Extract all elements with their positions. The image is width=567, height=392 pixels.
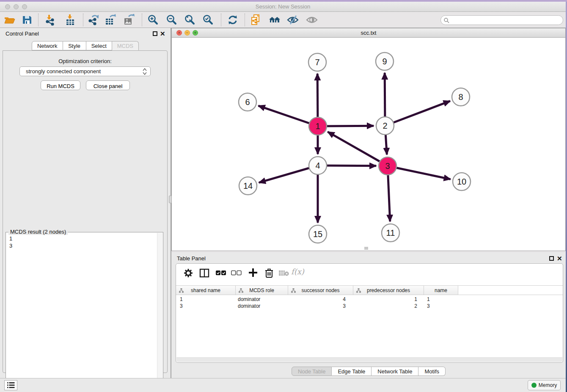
graph-node-15[interactable]: 15 [309, 225, 327, 243]
search-input[interactable] [440, 15, 563, 25]
graph-node-label: 8 [458, 92, 463, 102]
show-columns-icon[interactable] [199, 268, 209, 279]
toolbar-separator [38, 14, 39, 26]
graph-node-4[interactable]: 4 [309, 157, 327, 174]
tab-edge-table[interactable]: Edge Table [332, 367, 372, 376]
column-header-mcds-role[interactable]: MCDS role [236, 286, 288, 295]
import-network-icon[interactable] [44, 14, 56, 26]
run-mcds-button[interactable]: Run MCDS [41, 80, 80, 90]
close-panel-icon[interactable]: ✕ [160, 30, 165, 38]
graph-node-label: 4 [315, 161, 320, 170]
homes-icon[interactable] [269, 14, 281, 26]
toolbar-separator [221, 14, 221, 26]
network-from-selection-icon[interactable] [250, 14, 262, 26]
mcds-result-scrollbar[interactable] [157, 233, 162, 391]
network-window-titlebar[interactable]: × − + scc.txt [172, 28, 565, 38]
open-session-icon[interactable] [4, 14, 16, 26]
memory-button[interactable]: Memory [528, 380, 561, 390]
export-network-icon[interactable] [87, 14, 99, 26]
zoom-selected-icon[interactable] [202, 14, 214, 26]
network-window-title: scc.txt [172, 30, 565, 36]
cell-shared-name[interactable]: 1 [176, 296, 236, 303]
function-builder-icon[interactable]: f(x) [291, 267, 304, 276]
zoom-fit-icon[interactable] [184, 14, 196, 26]
network-graph[interactable]: 7968124314101511 [172, 38, 565, 251]
graph-node-9[interactable]: 9 [376, 52, 394, 70]
graph-node-6[interactable]: 6 [239, 93, 256, 111]
mcds-result-title: MCDS result (2 nodes) [8, 229, 68, 235]
cell-shared-name[interactable]: 3 [176, 303, 236, 309]
graph-node-3[interactable]: 3 [379, 157, 396, 175]
save-session-icon[interactable] [21, 14, 33, 26]
select-all-icon[interactable] [216, 270, 227, 277]
control-panel-title: Control Panel [6, 30, 39, 37]
cell-name[interactable]: 1 [424, 296, 458, 303]
table-settings-gear-icon[interactable] [184, 268, 193, 279]
graph-edge-3-1[interactable] [328, 132, 388, 166]
cell-name[interactable]: 3 [424, 303, 458, 309]
network-hscroll-thumb[interactable] [364, 247, 368, 250]
export-table-icon[interactable] [105, 14, 116, 26]
tab-select[interactable]: Select [86, 41, 112, 50]
mcds-result-text[interactable]: 1 3 [9, 235, 12, 249]
float-panel-icon[interactable] [153, 31, 157, 36]
cell-successor-nodes[interactable]: 3 [288, 303, 353, 309]
column-header-successor-nodes[interactable]: successor nodes [288, 286, 353, 295]
float-panel-icon[interactable] [549, 256, 554, 261]
refresh-icon[interactable] [227, 14, 239, 26]
control-panel-header: Control Panel ✕ [0, 28, 171, 40]
cell-predecessor-nodes[interactable]: 2 [353, 303, 424, 309]
table-hscrollbar[interactable] [176, 357, 562, 362]
list-icon [7, 382, 15, 389]
add-column-icon[interactable] [248, 268, 258, 279]
graph-node-2[interactable]: 2 [376, 117, 394, 135]
cell-predecessor-nodes[interactable]: 1 [353, 296, 424, 303]
zoom-in-icon[interactable] [147, 14, 159, 26]
export-image-icon[interactable] [123, 14, 135, 26]
deselect-all-icon[interactable] [231, 270, 242, 277]
graph-node-label: 1 [315, 121, 320, 131]
criterion-select[interactable]: strongly connected component [19, 66, 151, 76]
eye-slash-icon[interactable] [287, 14, 299, 26]
graph-node-11[interactable]: 11 [382, 224, 399, 242]
tab-network-table[interactable]: Network Table [372, 367, 418, 376]
tab-network[interactable]: Network [32, 41, 63, 50]
graph-edge-1-6[interactable] [259, 106, 318, 126]
control-panel: Control Panel ✕ Network Style Select MCD… [0, 28, 171, 378]
cell-successor-nodes[interactable]: 4 [288, 296, 353, 303]
delete-table-icon[interactable] [279, 270, 289, 277]
mcds-result-box: MCDS result (2 nodes) 1 3 [6, 232, 163, 392]
close-panel-button[interactable]: Close panel [86, 80, 130, 90]
column-header-predecessor-nodes[interactable]: predecessor nodes [353, 286, 424, 295]
tab-motifs[interactable]: Motifs [418, 367, 446, 376]
network-window: × − + scc.txt 7968124314101511 [171, 28, 566, 251]
table-toolbar: f(x) [176, 264, 563, 283]
task-history-button[interactable] [4, 380, 17, 390]
column-header-shared-name[interactable]: shared name [176, 286, 236, 295]
zoom-out-icon[interactable] [166, 14, 178, 26]
import-table-icon[interactable] [64, 14, 76, 26]
graph-node-14[interactable]: 14 [239, 177, 257, 195]
main-toolbar [0, 12, 566, 28]
column-header-name[interactable]: name [424, 286, 458, 295]
tab-mcds[interactable]: MCDS [112, 41, 139, 50]
eye-icon[interactable] [306, 14, 318, 26]
table-row[interactable]: 3 dominator 3 2 3 [176, 303, 563, 309]
tab-node-table[interactable]: Node Table [292, 367, 332, 376]
graph-node-label: 7 [315, 58, 319, 67]
graph-node-label: 10 [457, 177, 466, 186]
graph-node-10[interactable]: 10 [453, 173, 471, 190]
tab-style[interactable]: Style [63, 41, 86, 50]
cell-mcds-role[interactable]: dominator [236, 303, 288, 309]
column-tree-icon [179, 288, 184, 293]
cell-mcds-role[interactable]: dominator [236, 296, 288, 303]
delete-column-icon[interactable] [265, 268, 273, 279]
graph-node-7[interactable]: 7 [308, 53, 326, 71]
graph-node-1[interactable]: 1 [309, 117, 327, 135]
graph-edge-3-10[interactable] [388, 166, 451, 179]
graph-node-8[interactable]: 8 [452, 88, 470, 106]
graph-edge-2-8[interactable] [385, 101, 450, 126]
table-row[interactable]: 1 dominator 4 1 1 [176, 296, 563, 303]
close-panel-icon[interactable]: ✕ [557, 255, 562, 262]
memory-status-icon [531, 383, 537, 388]
